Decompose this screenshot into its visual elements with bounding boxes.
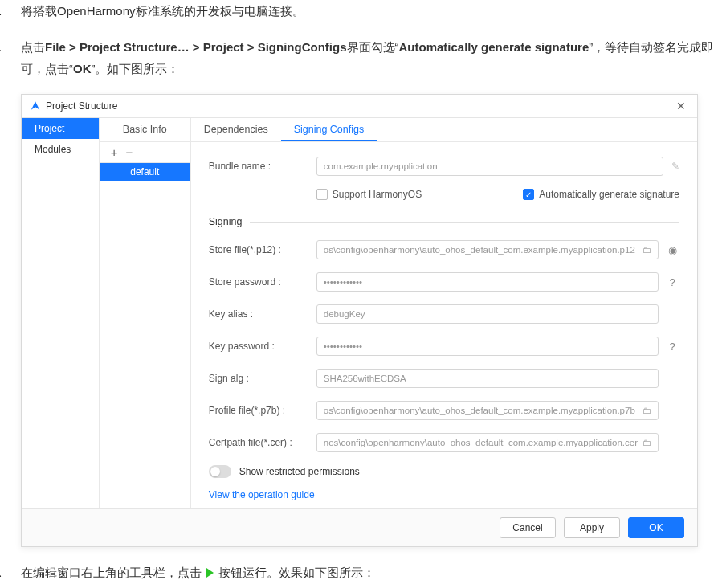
bundle-name-label: Bundle name : bbox=[209, 161, 316, 172]
add-profile-icon[interactable]: + bbox=[111, 145, 118, 159]
run-icon bbox=[206, 568, 214, 578]
cert-file-input[interactable]: nos\config\openharmony\auto_ohos_default… bbox=[316, 433, 659, 452]
profile-file-label: Profile file(*.p7b) : bbox=[209, 405, 316, 416]
support-harmonyos-label: Support HarmonyOS bbox=[333, 189, 422, 200]
auto-generate-signature-label: Automatically generate signature bbox=[539, 189, 679, 200]
step-2-autosign: Automatically generate signature bbox=[399, 40, 590, 54]
signing-form: Bundle name : com.example.myapplication … bbox=[191, 142, 697, 508]
step-2-mid3: ”。如下图所示： bbox=[92, 62, 180, 76]
apply-button[interactable]: Apply bbox=[564, 517, 620, 538]
close-icon[interactable]: ✕ bbox=[673, 100, 689, 112]
step-3-post: 按钮运行。效果如下图所示： bbox=[215, 566, 375, 579]
help-icon[interactable]: ? bbox=[665, 341, 679, 353]
cancel-button[interactable]: Cancel bbox=[500, 517, 556, 538]
ok-button[interactable]: OK bbox=[628, 517, 684, 538]
sign-alg-input[interactable]: SHA256withECDSA bbox=[316, 369, 659, 388]
remove-profile-icon[interactable]: − bbox=[126, 145, 133, 159]
fingerprint-icon[interactable]: ◉ bbox=[665, 244, 679, 256]
key-alias-label: Key alias : bbox=[209, 308, 316, 320]
edit-icon[interactable]: ✎ bbox=[671, 161, 679, 172]
step-2-menu-path: File > Project Structure… > Project > Si… bbox=[45, 40, 347, 54]
store-password-input[interactable]: •••••••••••• bbox=[316, 272, 659, 292]
signing-section-header: Signing bbox=[209, 216, 243, 227]
profile-item-default[interactable]: default bbox=[100, 163, 190, 181]
tab-dependencies[interactable]: Dependencies bbox=[191, 119, 281, 141]
step-2-number: 2. bbox=[6, 36, 21, 58]
step-1: 1.将搭载OpenHarmony标准系统的开发板与电脑连接。 bbox=[0, 0, 714, 22]
folder-icon[interactable]: 🗀 bbox=[643, 438, 651, 447]
checkbox-unchecked-icon bbox=[316, 189, 328, 200]
step-2-mid1: 界面勾选“ bbox=[347, 40, 399, 54]
restricted-permissions-toggle[interactable] bbox=[209, 465, 231, 478]
step-2-pre: 点击 bbox=[21, 40, 45, 54]
folder-icon[interactable]: 🗀 bbox=[643, 406, 651, 415]
profile-file-input[interactable]: os\config\openharmony\auto_ohos_default_… bbox=[316, 401, 659, 420]
key-password-label: Key password : bbox=[209, 341, 316, 352]
step-3: 3.在编辑窗口右上角的工具栏，点击 按钮运行。效果如下图所示： bbox=[0, 561, 714, 583]
dialog-title: Project Structure bbox=[46, 100, 117, 112]
key-password-input[interactable]: •••••••••••• bbox=[316, 337, 659, 356]
step-2: 2.点击File > Project Structure… > Project … bbox=[0, 36, 714, 80]
restricted-permissions-label: Show restricted permissions bbox=[239, 466, 360, 477]
checkbox-checked-icon: ✓ bbox=[523, 189, 534, 200]
left-nav-modules[interactable]: Modules bbox=[22, 139, 99, 160]
tab-basic-info[interactable]: Basic Info bbox=[115, 119, 175, 141]
sign-alg-label: Sign alg : bbox=[209, 373, 316, 384]
support-harmonyos-checkbox[interactable]: Support HarmonyOS bbox=[316, 189, 422, 200]
bundle-name-input[interactable]: com.example.myapplication bbox=[316, 157, 663, 176]
project-structure-dialog: Project Structure ✕ Project Modules Basi… bbox=[21, 94, 698, 547]
left-nav: Project Modules bbox=[22, 118, 100, 508]
store-password-label: Store password : bbox=[209, 276, 316, 288]
profiles-list: + − default bbox=[100, 142, 191, 508]
dialog-titlebar: Project Structure ✕ bbox=[22, 95, 697, 118]
step-2-ok: OK bbox=[73, 62, 92, 76]
divider bbox=[250, 222, 679, 223]
folder-icon[interactable]: 🗀 bbox=[643, 245, 651, 255]
cert-file-label: Certpath file(*.cer) : bbox=[209, 437, 316, 448]
left-nav-project[interactable]: Project bbox=[22, 118, 99, 139]
step-3-number: 3. bbox=[6, 561, 21, 583]
app-icon bbox=[30, 100, 41, 112]
key-alias-input[interactable]: debugKey bbox=[316, 304, 659, 324]
help-icon[interactable]: ? bbox=[665, 276, 679, 288]
step-3-pre: 在编辑窗口右上角的工具栏，点击 bbox=[21, 566, 205, 579]
operation-guide-link[interactable]: View the operation guide bbox=[209, 489, 679, 500]
step-1-text: 将搭载OpenHarmony标准系统的开发板与电脑连接。 bbox=[21, 4, 304, 18]
step-1-number: 1. bbox=[6, 0, 21, 22]
auto-generate-signature-checkbox[interactable]: ✓ Automatically generate signature bbox=[523, 189, 679, 200]
store-file-input[interactable]: os\config\openharmony\auto_ohos_default_… bbox=[316, 240, 659, 259]
tab-signing-configs[interactable]: Signing Configs bbox=[281, 119, 377, 141]
dialog-footer: Cancel Apply OK bbox=[22, 508, 697, 546]
store-file-label: Store file(*.p12) : bbox=[209, 244, 316, 255]
